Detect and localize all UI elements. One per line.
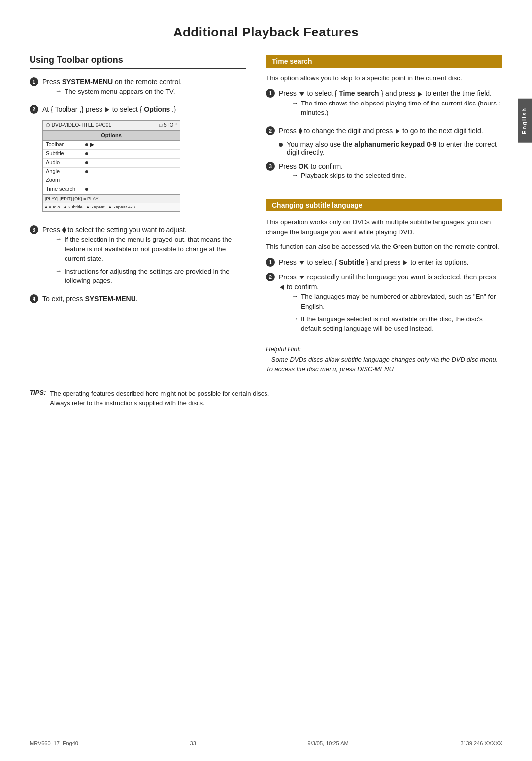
options-header-right: □ STOP	[159, 122, 177, 129]
language-tab: English	[518, 99, 532, 143]
step-number-1: 1	[30, 77, 38, 86]
tips-line2: Always refer to the instructions supplie…	[50, 398, 502, 408]
helpful-hint: Helpful Hint: – Some DVDs discs allow su…	[266, 346, 502, 374]
subtitle-step-1-content: Press to select { Subtitle } and press t…	[279, 257, 502, 267]
corner-mark-tl	[9, 9, 19, 19]
corner-mark-br	[513, 722, 523, 731]
step-3-text: Press to select the setting you want to …	[42, 226, 187, 234]
footer-repeat-ab: ● Repeat A-B	[108, 204, 135, 210]
step-3-arrow1: → If the selection in the menu is grayed…	[42, 235, 246, 264]
content-columns: Using Toolbar options 1 Press SYSTEM-MEN…	[30, 55, 502, 374]
step-1-arrow: → The system menu appears on the TV.	[42, 87, 246, 97]
footer-date: 9/3/05, 10:25 AM	[308, 740, 349, 746]
options-label-toolbar: Toolbar	[46, 141, 85, 149]
time-step-1-text: Press to select { Time search } and pres…	[279, 89, 492, 97]
step-4-content: To exit, press SYSTEM-MENU.	[42, 294, 246, 304]
options-header-left: ⬡ DVD-VIDEO-TITLE 04/C01	[46, 122, 111, 129]
tips-section: TIPS: The operating features described h…	[30, 389, 502, 408]
step-3-arrow1-text: If the selection in the menu is grayed o…	[65, 235, 246, 264]
step-1-content: Press SYSTEM-MENU on the remote control.…	[42, 77, 246, 100]
hint-title: Helpful Hint:	[266, 346, 502, 353]
step-2-content: At { Toolbar ,} press to select { Option…	[42, 104, 246, 220]
arrow-sym: →	[292, 99, 298, 108]
left-step-3: 3 Press to select the setting you want t…	[30, 225, 246, 289]
subtitle-step-num-1: 1	[266, 258, 275, 267]
time-step-3-content: Press OK to confirm. → Playback skips to…	[279, 161, 502, 184]
arrow-sym-s1: →	[292, 292, 298, 301]
subtitle-arrow1-text: The languages may be numbered or abbrevi…	[301, 292, 502, 311]
subtitle-step-2-text: Press repeatedly until the language you …	[279, 273, 496, 291]
toolbar-cursor: ▶	[90, 141, 94, 149]
subtitle-arrow2-text: If the language selected is not availabl…	[301, 314, 502, 334]
time-step-2-content: Press to change the digit and press to g…	[279, 126, 502, 136]
left-step-2: 2 At { Toolbar ,} press to select { Opti…	[30, 104, 246, 220]
options-row-subtitle: Subtitle	[43, 150, 180, 159]
step-4-text: To exit, press SYSTEM-MENU.	[42, 295, 138, 303]
dot-angle	[85, 170, 88, 173]
options-table-header: ⬡ DVD-VIDEO-TITLE 04/C01 □ STOP	[43, 121, 180, 131]
options-row-angle: Angle	[43, 168, 180, 176]
subtitle-step-1-text: Press to select { Subtitle } and press t…	[279, 258, 469, 266]
footer-model: MRV660_17_Eng40	[30, 740, 78, 746]
time-step-num-1: 1	[266, 89, 275, 98]
step-3-arrow2-text: Instructions for adjusting the settings …	[65, 267, 246, 286]
options-label-audio: Audio	[46, 159, 85, 167]
options-table-footer2: ● Audio ● Subtitle ● Repeat ● Repeat A-B	[43, 203, 180, 211]
options-row-time: Time search	[43, 185, 180, 194]
footer-bottom: MRV660_17_Eng40 33 9/3/05, 10:25 AM 3139…	[30, 740, 502, 746]
time-step-1-arrow-text: The time shows the elapsed playing time …	[301, 99, 502, 118]
step-3-content: Press to select the setting you want to …	[42, 225, 246, 289]
dot-time	[85, 188, 88, 191]
options-dots-toolbar: ▶	[85, 141, 94, 149]
time-step-1-arrow: → The time shows the elapsed playing tim…	[279, 99, 502, 118]
subtitle-step-num-2: 2	[266, 273, 275, 281]
tips-content: The operating features described here mi…	[50, 389, 502, 408]
options-label-subtitle: Subtitle	[46, 150, 85, 158]
time-bullet: You may also use the alphanumeric keypad…	[266, 140, 502, 156]
arrow-symbol-2: →	[55, 267, 62, 276]
options-label-zoom: Zoom	[46, 176, 85, 184]
arrow-symbol: →	[55, 87, 62, 96]
options-label-time: Time search	[46, 185, 85, 193]
footer-subtitle: ● Subtitle	[64, 204, 82, 210]
arrow-sym-3: →	[292, 171, 298, 180]
corner-mark-bl	[9, 722, 19, 731]
step-2-text: At { Toolbar ,} press to select { Option…	[42, 105, 176, 113]
footer-audio: ● Audio	[45, 204, 60, 210]
page-container: English Additional Playback Features Usi…	[0, 0, 532, 761]
step-number-2: 2	[30, 105, 38, 114]
arrow-symbol: →	[55, 235, 62, 244]
options-table-title: Options	[43, 131, 180, 141]
options-table-footer1: [PLAY] [EDIT] [OK] = PLAY	[43, 194, 180, 203]
hint-body: – Some DVDs discs allow subtitle languag…	[266, 355, 502, 374]
right-column: Time search This option allows you to sk…	[266, 55, 502, 374]
time-step-3: 3 Press OK to confirm. → Playback skips …	[266, 161, 502, 184]
subtitle-step-1: 1 Press to select { Subtitle } and press…	[266, 257, 502, 267]
time-step-num-3: 3	[266, 162, 275, 171]
subtitle-step-2-arrow1: → The languages may be numbered or abbre…	[279, 292, 502, 311]
page-title: Additional Playback Features	[30, 25, 502, 40]
time-search-header: Time search	[266, 55, 502, 68]
arrow-sym-s2: →	[292, 314, 298, 324]
left-column: Using Toolbar options 1 Press SYSTEM-MEN…	[30, 55, 246, 309]
time-step-3-arrow-text: Playback skips to the selected time.	[301, 171, 502, 181]
dot-selected	[85, 143, 88, 146]
subtitle-step-2-arrow2: → If the language selected is not availa…	[279, 314, 502, 334]
page-footer: MRV660_17_Eng40 33 9/3/05, 10:25 AM 3139…	[30, 736, 502, 746]
footer-repeat: ● Repeat	[86, 204, 104, 210]
bullet-text: You may also use the alphanumeric keypad…	[287, 140, 502, 156]
time-step-2: 2 Press to change the digit and press to…	[266, 126, 502, 136]
time-step-2-text: Press to change the digit and press to g…	[279, 127, 483, 135]
options-row-audio: Audio	[43, 159, 180, 168]
time-step-num-2: 2	[266, 126, 275, 135]
step-number-3: 3	[30, 225, 38, 234]
subtitle-intro2: This function can also be accessed via t…	[266, 242, 502, 252]
footer-doc-num: 3139 246 XXXXX	[460, 740, 502, 746]
left-step-1: 1 Press SYSTEM-MENU on the remote contro…	[30, 77, 246, 100]
time-step-3-text: Press OK to confirm.	[279, 162, 343, 170]
left-step-4: 4 To exit, press SYSTEM-MENU.	[30, 294, 246, 304]
corner-mark-tr	[513, 9, 523, 19]
dot-audio	[85, 161, 88, 164]
dot-subtitle	[85, 152, 88, 155]
step-1-text: Press SYSTEM-MENU on the remote control.	[42, 78, 182, 86]
